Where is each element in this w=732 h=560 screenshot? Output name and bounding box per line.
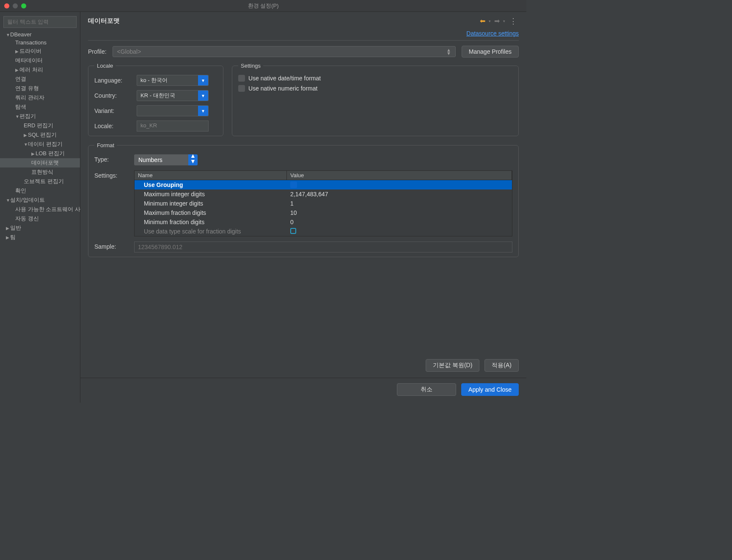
checkbox-icon — [238, 75, 245, 82]
tree-install[interactable]: 설치/업데이트 — [0, 195, 80, 205]
tree-swsite[interactable]: 사용 가능한 소프트웨어 사 — [0, 205, 80, 214]
setting-value[interactable]: 2,147,483,647 — [287, 189, 512, 199]
restore-defaults-button[interactable]: 기본값 복원(D) — [426, 359, 479, 372]
country-select[interactable]: KR - 대한민국▼ — [137, 90, 209, 101]
datasource-settings-link[interactable]: Datasource settings — [466, 30, 519, 37]
window-controls — [4, 3, 26, 8]
locale-label: Locale: — [94, 123, 132, 129]
table-row[interactable]: Minimum integer digits1 — [135, 199, 512, 208]
tree-sql[interactable]: SQL 편집기 — [0, 130, 80, 140]
language-label: Language: — [94, 77, 132, 84]
settings-fieldset: Settings Use native date/time format Use… — [232, 63, 519, 136]
sample-label: Sample: — [94, 242, 128, 250]
format-fieldset: Format Type: Numbers ▲▼ Settings: Name V… — [88, 142, 519, 257]
checkbox-icon — [290, 228, 296, 234]
type-label: Type: — [94, 154, 128, 163]
tree-metadata[interactable]: 메타데이터 — [0, 56, 80, 65]
profile-label: Profile: — [88, 48, 107, 55]
tree-dataeditor[interactable]: 데이터 편집기 — [0, 140, 80, 149]
tree-querymgr[interactable]: 쿼리 관리자 — [0, 93, 80, 102]
settings-legend: Settings — [238, 63, 263, 69]
tree-error[interactable]: 에러 처리 — [0, 65, 80, 74]
chevron-down-icon: ▼ — [198, 91, 208, 101]
settings-table: Name Value Use GroupingMaximum integer d… — [134, 170, 512, 236]
table-row[interactable]: Use Grouping — [135, 180, 512, 189]
col-header-name[interactable]: Name — [135, 171, 287, 180]
page-title: 데이터포맷 — [88, 17, 479, 25]
setting-name: Use data type scale for fraction digits — [135, 227, 287, 236]
chevron-down-icon: ▼ — [198, 75, 208, 85]
filter-input[interactable]: 필터 텍스트 입력 — [3, 16, 77, 28]
tree-autoupdate[interactable]: 자동 갱신 — [0, 214, 80, 223]
type-select[interactable]: Numbers ▲▼ — [134, 154, 198, 165]
settings-table-label: Settings: — [94, 170, 128, 179]
locale-legend: Locale — [94, 63, 116, 69]
setting-name: Maximum fraction digits — [135, 208, 287, 217]
native-numeric-checkbox[interactable]: Use native numeric format — [238, 85, 512, 92]
setting-value[interactable] — [287, 180, 512, 189]
apply-button[interactable]: 적용(A) — [484, 359, 519, 372]
checkbox-icon — [290, 181, 297, 188]
sample-input[interactable] — [134, 242, 512, 253]
updown-icon: ▲▼ — [188, 154, 198, 165]
apply-close-button[interactable]: Apply and Close — [461, 383, 519, 396]
cancel-button[interactable]: 취소 — [397, 383, 456, 396]
tree-dataformat[interactable]: 데이터포맷 — [0, 158, 80, 167]
language-select[interactable]: ko - 한국어▼ — [137, 75, 209, 86]
table-row[interactable]: Maximum integer digits2,147,483,647 — [135, 189, 512, 199]
titlebar: 환경 설정(P) — [0, 0, 526, 12]
tree-connection[interactable]: 연결 — [0, 74, 80, 84]
tree-erd[interactable]: ERD 편집기 — [0, 121, 80, 130]
nav-back-icon[interactable]: ⬅ — [479, 16, 486, 26]
content-header: 데이터포맷 ⬅▾ ➡▾ ⋮ — [80, 12, 526, 28]
tree-confirm[interactable]: 확인 — [0, 186, 80, 195]
setting-name: Maximum integer digits — [135, 189, 287, 199]
setting-name: Use Grouping — [135, 180, 287, 189]
tree-lob[interactable]: LOB 편집기 — [0, 149, 80, 158]
setting-value[interactable]: 1 — [287, 199, 512, 208]
tree-dbeaver[interactable]: DBeaver — [0, 30, 80, 38]
tree-general[interactable]: 일반 — [0, 223, 80, 233]
format-legend: Format — [94, 142, 117, 148]
chevron-down-icon: ▼ — [198, 106, 208, 116]
nav-forward-icon[interactable]: ➡ — [493, 16, 501, 26]
locale-fieldset: Locale Language: ko - 한국어▼ Country: KR -… — [88, 63, 223, 136]
table-row[interactable]: Maximum fraction digits10 — [135, 208, 512, 217]
window-title: 환경 설정(P) — [248, 2, 279, 10]
native-datetime-checkbox[interactable]: Use native date/time format — [238, 75, 512, 82]
close-window-icon[interactable] — [4, 3, 9, 8]
tree-search[interactable]: 탐색 — [0, 102, 80, 112]
col-header-value[interactable]: Value — [287, 171, 512, 180]
setting-name: Minimum fraction digits — [135, 217, 287, 227]
preferences-tree: DBeaver Transactions 드라이버 메타데이터 에러 처리 연결… — [0, 30, 80, 242]
setting-value[interactable]: 0 — [287, 217, 512, 227]
separator — [88, 40, 519, 41]
table-row[interactable]: Minimum fraction digits0 — [135, 217, 512, 227]
menu-kebab-icon[interactable]: ⋮ — [508, 16, 519, 26]
tree-driver[interactable]: 드라이버 — [0, 47, 80, 56]
tree-editor[interactable]: 편집기 — [0, 112, 80, 121]
country-label: Country: — [94, 92, 132, 99]
minimize-window-icon[interactable] — [13, 3, 18, 8]
tree-expr[interactable]: 표현방식 — [0, 167, 80, 177]
setting-value[interactable]: 10 — [287, 208, 512, 217]
tree-team[interactable]: 팀 — [0, 233, 80, 242]
table-row[interactable]: Use data type scale for fraction digits — [135, 227, 512, 236]
tree-transactions[interactable]: Transactions — [0, 38, 80, 47]
variant-label: Variant: — [94, 107, 132, 114]
tree-objeditor[interactable]: 오브젝트 편집기 — [0, 177, 80, 186]
variant-select[interactable]: ▼ — [137, 105, 209, 116]
setting-name: Minimum integer digits — [135, 199, 287, 208]
updown-icon: ▲▼ — [446, 48, 451, 55]
sidebar: 필터 텍스트 입력 DBeaver Transactions 드라이버 메타데이… — [0, 12, 80, 403]
maximize-window-icon[interactable] — [21, 3, 26, 8]
checkbox-icon — [238, 85, 245, 92]
manage-profiles-button[interactable]: Manage Profiles — [462, 46, 519, 58]
setting-value[interactable] — [287, 227, 512, 236]
profile-select[interactable]: <Global> ▲▼ — [113, 46, 456, 57]
tree-conntype[interactable]: 연결 유형 — [0, 84, 80, 93]
locale-field[interactable]: ko_KR — [137, 121, 209, 132]
